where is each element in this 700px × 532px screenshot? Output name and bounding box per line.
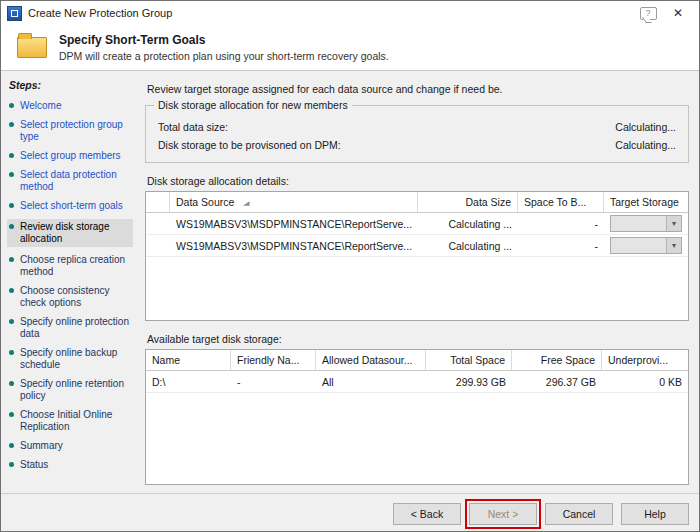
step-bullet-icon: [9, 103, 14, 108]
sidebar-item-specify-online-retention-policy[interactable]: Specify online retention policy: [9, 378, 133, 402]
step-bullet-icon: [9, 257, 14, 262]
column-header-name[interactable]: Name: [146, 350, 231, 370]
free-space-cell: 296.37 GB: [512, 371, 602, 392]
help-bubble-icon: ?: [640, 7, 657, 20]
step-bullet-icon: [9, 412, 14, 417]
cancel-button[interactable]: Cancel: [545, 503, 613, 525]
step-bullet-icon: [9, 319, 14, 324]
sidebar-item-status[interactable]: Status: [9, 459, 133, 471]
data-size-cell: Calculating ...: [418, 213, 518, 234]
sidebar-item-summary[interactable]: Summary: [9, 440, 133, 452]
available-table-label: Available target disk storage:: [147, 333, 689, 345]
column-header-space-to-be[interactable]: Space To B...: [518, 192, 604, 212]
total-space-cell: 299.93 GB: [426, 371, 512, 392]
data-size-cell: Calculating ...: [418, 235, 518, 256]
steps-heading: Steps:: [9, 79, 133, 91]
steps-sidebar: Steps: Welcome Select protection group t…: [1, 71, 137, 493]
details-table-label: Disk storage allocation details:: [147, 175, 689, 187]
chevron-down-icon: ▾: [666, 216, 681, 231]
close-button[interactable]: ✕: [663, 3, 693, 23]
window-title: Create New Protection Group: [28, 7, 633, 19]
data-source-cell: WS19MABSV3\MSDPMINSTANCE\ReportServe...: [170, 235, 418, 256]
target-storage-dropdown[interactable]: ▾: [610, 215, 682, 232]
friendly-name-cell: -: [231, 371, 316, 392]
sidebar-item-select-group-members[interactable]: Select group members: [9, 150, 133, 162]
sidebar-item-select-data-protection-method[interactable]: Select data protection method: [9, 169, 133, 193]
space-to-be-cell: -: [518, 235, 604, 256]
footer-button-bar: < Back Next > Cancel Help: [1, 493, 699, 532]
underprovisioned-cell: 0 KB: [602, 371, 688, 392]
column-header-allowed-datasources[interactable]: Allowed Datasour...: [316, 350, 426, 370]
column-header-gutter: [146, 192, 170, 212]
help-bubble-button[interactable]: ?: [633, 3, 663, 23]
chevron-down-icon: ▾: [666, 238, 681, 253]
close-icon: ✕: [673, 6, 683, 20]
table-row[interactable]: WS19MABSV3\MSDPMINSTANCE\ReportServe... …: [146, 235, 688, 257]
available-target-disk-storage-table: Name Friendly Na... Allowed Datasour... …: [145, 349, 689, 485]
instruction-text: Review target storage assigned for each …: [147, 83, 689, 95]
table-row[interactable]: WS19MABSV3\MSDPMINSTANCE\ReportServe... …: [146, 213, 688, 235]
sidebar-item-select-short-term-goals[interactable]: Select short-term goals: [9, 200, 133, 212]
data-source-cell: WS19MABSV3\MSDPMINSTANCE\ReportServe...: [170, 213, 418, 234]
page-title: Specify Short-Term Goals: [59, 33, 389, 47]
step-bullet-icon: [9, 462, 14, 467]
main-content: Review target storage assigned for each …: [137, 71, 699, 493]
sidebar-item-specify-online-backup-schedule[interactable]: Specify online backup schedule: [9, 347, 133, 371]
column-header-total-space[interactable]: Total Space: [426, 350, 512, 370]
sort-ascending-icon: ◢: [243, 199, 249, 206]
column-header-underprovisioned[interactable]: Underprovi...: [602, 350, 688, 370]
column-header-data-source[interactable]: Data Source ◢: [170, 192, 418, 212]
help-button[interactable]: Help: [621, 503, 689, 525]
disk-allocation-details-table: Data Source ◢ Data Size Space To B... Ta…: [145, 191, 689, 321]
page-subtitle: DPM will create a protection plan using …: [59, 50, 389, 62]
disk-storage-provisioned-row: Disk storage to be provisoned on DPM: Ca…: [156, 136, 678, 154]
step-bullet-icon: [9, 350, 14, 355]
sidebar-item-choose-replica-creation-method[interactable]: Choose replica creation method: [9, 254, 133, 278]
total-data-size-row: Total data size: Calculating...: [156, 118, 678, 136]
total-data-size-label: Total data size:: [158, 121, 228, 133]
table-row[interactable]: D:\ - All 299.93 GB 296.37 GB 0 KB: [146, 371, 688, 393]
target-storage-dropdown[interactable]: ▾: [610, 237, 682, 254]
space-to-be-cell: -: [518, 213, 604, 234]
step-bullet-icon: [9, 381, 14, 386]
column-header-target-storage[interactable]: Target Storage: [604, 192, 688, 212]
app-icon: [7, 6, 22, 21]
step-bullet-icon: [9, 288, 14, 293]
groupbox-label: Disk storage allocation for new members: [154, 99, 352, 111]
step-bullet-icon: [9, 224, 14, 229]
column-header-free-space[interactable]: Free Space: [512, 350, 602, 370]
sidebar-item-select-protection-group-type[interactable]: Select protection group type: [9, 119, 133, 143]
step-bullet-icon: [9, 203, 14, 208]
sidebar-item-choose-initial-online-replication[interactable]: Choose Initial Online Replication: [9, 409, 133, 433]
sidebar-item-specify-online-protection-data[interactable]: Specify online protection data: [9, 316, 133, 340]
column-header-data-size[interactable]: Data Size: [418, 192, 518, 212]
wizard-header: Specify Short-Term Goals DPM will create…: [1, 25, 699, 71]
protection-group-folder-icon: [17, 37, 47, 58]
disk-storage-provisioned-value: Calculating...: [615, 139, 676, 151]
titlebar: Create New Protection Group ? ✕: [1, 1, 699, 25]
sidebar-item-choose-consistency-check-options[interactable]: Choose consistency check options: [9, 285, 133, 309]
disk-storage-provisioned-label: Disk storage to be provisoned on DPM:: [158, 139, 341, 151]
step-bullet-icon: [9, 122, 14, 127]
step-bullet-icon: [9, 443, 14, 448]
back-button[interactable]: < Back: [393, 503, 461, 525]
next-button[interactable]: Next >: [469, 503, 537, 525]
create-new-protection-group-dialog: Create New Protection Group ? ✕ Specify …: [0, 0, 700, 532]
disk-name-cell: D:\: [146, 371, 231, 392]
sidebar-item-welcome[interactable]: Welcome: [9, 100, 133, 112]
disk-allocation-groupbox: Disk storage allocation for new members …: [145, 105, 689, 163]
column-header-friendly-name[interactable]: Friendly Na...: [231, 350, 316, 370]
step-bullet-icon: [9, 172, 14, 177]
total-data-size-value: Calculating...: [615, 121, 676, 133]
sidebar-item-review-disk-storage-allocation[interactable]: Review disk storage allocation: [7, 219, 133, 247]
allowed-datasources-cell: All: [316, 371, 426, 392]
step-bullet-icon: [9, 153, 14, 158]
